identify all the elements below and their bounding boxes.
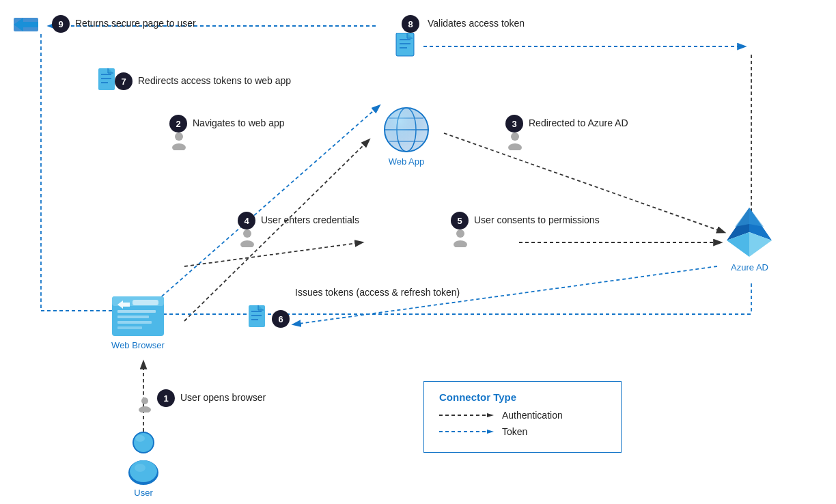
step-6-label: Issues tokens (access & refresh token) <box>295 287 460 298</box>
svg-rect-47 <box>249 305 265 327</box>
svg-point-27 <box>172 143 186 150</box>
svg-point-60 <box>139 406 151 412</box>
step-8-badge: 8 <box>402 15 419 33</box>
svg-point-28 <box>511 132 519 141</box>
svg-rect-22 <box>98 68 115 90</box>
svg-point-36 <box>385 108 428 152</box>
svg-rect-58 <box>117 326 142 329</box>
user-silhouette-1 <box>137 396 153 415</box>
legend-auth-label: Authentication <box>502 410 563 421</box>
user-label: User <box>134 488 152 498</box>
svg-rect-56 <box>117 316 149 318</box>
token-doc-icon-7 <box>97 68 117 96</box>
token-doc-icon-8 <box>395 33 417 61</box>
svg-point-59 <box>141 397 148 404</box>
svg-point-26 <box>175 132 183 141</box>
svg-rect-55 <box>117 310 156 313</box>
web-browser-label: Web Browser <box>111 340 165 350</box>
legend-title: Connector Type <box>439 391 606 403</box>
step-6-badge: 6 <box>272 310 290 328</box>
svg-point-63 <box>135 435 145 442</box>
user-silhouette-5 <box>451 228 470 250</box>
user-silhouette-4 <box>238 228 257 250</box>
svg-point-29 <box>508 143 522 150</box>
step-4-label: User enters credentials <box>261 214 359 225</box>
step-9-label: Returns secure page to user <box>75 18 196 29</box>
step-5-label: User consents to permissions <box>474 214 600 225</box>
svg-point-39 <box>456 229 464 238</box>
step-4-badge: 4 <box>238 212 255 229</box>
legend-auth-row: Authentication <box>439 410 606 421</box>
web-app-icon: Web App <box>382 106 430 167</box>
svg-point-37 <box>243 229 251 238</box>
step-9-badge: 9 <box>52 15 70 33</box>
web-browser-icon: Web Browser <box>111 295 165 350</box>
svg-point-62 <box>134 433 153 452</box>
step-3-label: Redirected to Azure AD <box>529 117 628 128</box>
step-8-label: Validates access token <box>428 18 525 29</box>
legend-auth-line <box>439 410 494 421</box>
user-figure-icon: User <box>120 430 167 498</box>
svg-marker-46 <box>735 208 764 227</box>
user-silhouette-2 <box>169 131 189 153</box>
legend-token-line <box>439 426 494 437</box>
svg-marker-68 <box>487 413 494 417</box>
svg-point-40 <box>454 240 467 247</box>
step-2-badge: 2 <box>169 115 187 132</box>
web-app-label: Web App <box>389 156 425 167</box>
legend-token-label: Token <box>502 426 527 437</box>
svg-line-3 <box>184 242 362 266</box>
svg-rect-54 <box>133 300 158 305</box>
svg-line-6 <box>157 106 379 300</box>
svg-rect-57 <box>117 321 152 324</box>
legend-box: Connector Type Authentication Token <box>423 381 622 453</box>
azure-ad-icon: Azure AD <box>724 205 775 272</box>
step-3-badge: 3 <box>505 115 523 132</box>
step-7-label: Redirects access tokens to web app <box>138 75 291 86</box>
azure-ad-label: Azure AD <box>731 262 768 272</box>
svg-rect-17 <box>396 33 414 56</box>
legend-token-row: Token <box>439 426 606 437</box>
step-1-badge: 1 <box>157 389 175 407</box>
svg-marker-70 <box>487 430 494 434</box>
diagram-container: 9 Returns secure page to user 8 Validate… <box>0 0 836 504</box>
step-1-label: User opens browser <box>180 392 266 403</box>
token-doc-icon-6 <box>247 305 268 333</box>
user-silhouette-3 <box>505 131 525 153</box>
svg-point-65 <box>130 460 157 482</box>
step-5-badge: 5 <box>451 212 469 229</box>
return-arrow-icon <box>14 12 44 40</box>
step-2-label: Navigates to web app <box>193 117 285 128</box>
svg-point-66 <box>135 464 145 472</box>
svg-point-38 <box>240 240 254 247</box>
